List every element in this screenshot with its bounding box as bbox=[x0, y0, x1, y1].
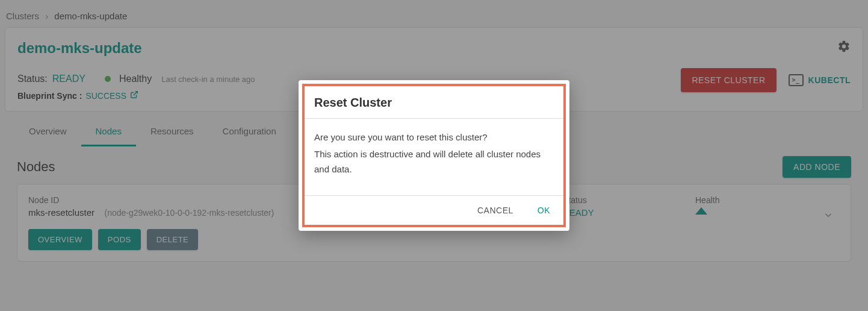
modal-title: Reset Cluster bbox=[314, 96, 554, 110]
cancel-button[interactable]: CANCEL bbox=[473, 202, 518, 219]
modal-line2: This action is destructive and will dele… bbox=[314, 146, 554, 177]
modal-overlay[interactable]: Reset Cluster Are you sure you want to r… bbox=[0, 0, 868, 311]
modal-line1: Are you sure you want to reset this clus… bbox=[314, 130, 554, 145]
reset-cluster-dialog: Reset Cluster Are you sure you want to r… bbox=[299, 80, 569, 231]
ok-button[interactable]: OK bbox=[533, 202, 555, 219]
